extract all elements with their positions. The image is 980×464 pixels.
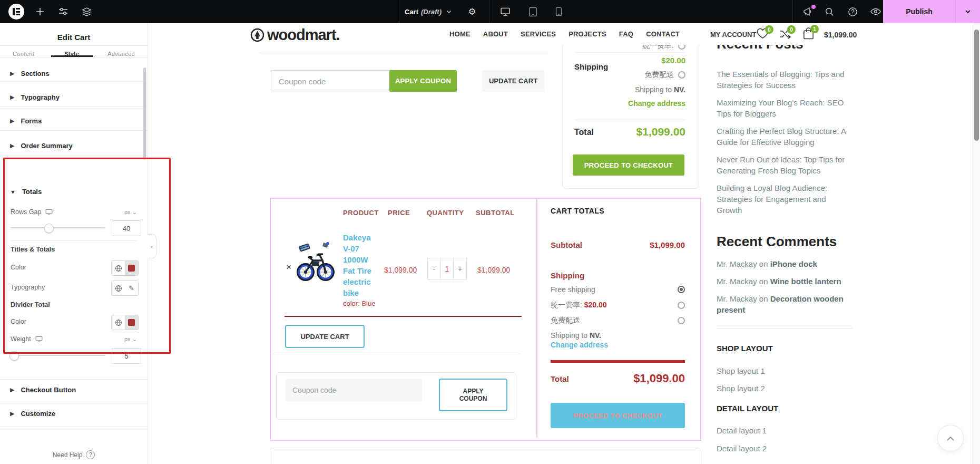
detail-layout-link[interactable]: Detail layout 2 xyxy=(717,443,767,454)
post-link[interactable]: Crafting the Perfect Blog Structure: A G… xyxy=(717,125,849,148)
product-name-link[interactable]: Dakeya V-07 1000W Fat Tire electric bike xyxy=(343,232,379,298)
scroll-to-top-button[interactable] xyxy=(937,425,964,451)
responsive-desktop-icon[interactable] xyxy=(45,209,53,215)
shop-layout-link[interactable]: Shop layout 1 xyxy=(717,365,765,376)
apply-coupon-button[interactable]: APPLY COUPON xyxy=(389,70,457,92)
rows-gap-slider-handle[interactable] xyxy=(44,224,54,233)
free-shipping-cn-option[interactable]: 免费配送 xyxy=(574,70,685,80)
elementor-logo-icon[interactable] xyxy=(8,4,24,20)
widget-change-address-link[interactable]: Change address xyxy=(551,341,608,349)
qty-value[interactable]: 1 xyxy=(440,258,454,279)
section-sections[interactable]: ▶ Sections xyxy=(10,70,50,78)
section-totals[interactable]: ▼ Totals xyxy=(10,188,42,196)
section-checkout-button[interactable]: ▶ Checkout Button xyxy=(10,386,76,394)
my-account-link[interactable]: MY ACCOUNT xyxy=(710,31,756,38)
section-order-summary[interactable]: ▶ Order Summary xyxy=(10,142,73,150)
document-settings-gear-icon[interactable]: ⚙ xyxy=(463,0,482,23)
shipping-option-free[interactable]: Free shipping xyxy=(551,285,685,294)
need-help-link[interactable]: Need Help ? xyxy=(0,450,148,459)
qty-minus-button[interactable]: - xyxy=(428,258,440,279)
radio-icon[interactable] xyxy=(678,317,685,324)
post-link[interactable]: Never Run Out of Ideas: Top Tips for Gen… xyxy=(717,154,849,176)
product-image[interactable] xyxy=(293,236,337,287)
page-scrollbar-track[interactable] xyxy=(973,23,980,464)
global-color-icon[interactable] xyxy=(112,315,125,330)
section-forms[interactable]: ▶ Forms xyxy=(10,117,42,125)
update-cart-button[interactable]: UPDATE CART xyxy=(482,70,544,92)
nav-faq[interactable]: FAQ xyxy=(619,30,633,38)
panel-collapse-toggle[interactable]: ‹ xyxy=(148,234,156,258)
widget-coupon-input[interactable] xyxy=(285,379,422,401)
post-link[interactable]: The Essentials of Blogging: Tips and Str… xyxy=(717,69,849,91)
cart-bag-icon[interactable]: 1 xyxy=(802,27,815,42)
nav-about[interactable]: ABOUT xyxy=(483,30,508,38)
comment-item[interactable]: Mr. Mackay on Wine bottle lantern xyxy=(717,276,849,287)
detail-layout-link[interactable]: Detail layout 1 xyxy=(717,425,767,436)
tab-advanced[interactable]: Advanced xyxy=(107,51,135,57)
change-address-link[interactable]: Change address xyxy=(574,99,685,108)
titles-typography-control: ✎ xyxy=(111,281,139,296)
publish-button[interactable]: Publish xyxy=(883,7,955,16)
widget-apply-coupon-button[interactable]: APPLY COUPON xyxy=(439,379,507,411)
publish-options-chevron-icon[interactable] xyxy=(956,8,980,15)
radio-icon[interactable] xyxy=(678,71,685,79)
tab-content[interactable]: Content xyxy=(13,51,34,57)
radio-icon[interactable] xyxy=(678,302,685,309)
rows-gap-unit-select[interactable]: px ⌄ xyxy=(124,209,137,216)
structure-layers-icon[interactable] xyxy=(77,0,96,23)
device-mobile-icon[interactable] xyxy=(550,0,567,23)
weight-slider-handle[interactable] xyxy=(9,351,19,361)
nav-home[interactable]: HOME xyxy=(449,30,471,38)
panel-scrollbar[interactable] xyxy=(143,67,146,160)
qty-plus-button[interactable]: + xyxy=(454,258,466,279)
document-switcher[interactable]: Cart (Draft) xyxy=(405,0,452,23)
comment-product[interactable]: iPhone dock xyxy=(770,259,817,268)
site-settings-sliders-icon[interactable] xyxy=(54,0,73,23)
nav-services[interactable]: SERVICES xyxy=(521,30,556,38)
color-swatch-button[interactable] xyxy=(125,261,138,275)
wishlist-heart-icon[interactable]: 0 xyxy=(756,27,769,42)
post-link[interactable]: Maximizing Your Blog's Reach: SEO Tips f… xyxy=(717,97,849,119)
free-shipping-cn-label: 免费配送 xyxy=(644,70,674,80)
rows-gap-slider[interactable] xyxy=(11,227,105,228)
widget-checkout-button[interactable]: PROCEED TO CHECKOUT xyxy=(551,403,685,428)
coupon-code-input[interactable] xyxy=(271,70,391,92)
global-color-icon[interactable] xyxy=(112,261,125,275)
color-swatch-button[interactable] xyxy=(125,315,138,330)
shop-layout-link[interactable]: Shop layout 2 xyxy=(717,383,765,394)
shipping-option-flat-rate[interactable]: 统一费率: $20.00 xyxy=(551,301,685,310)
edit-typography-pencil-icon[interactable]: ✎ xyxy=(125,281,138,295)
weight-value-input[interactable] xyxy=(112,348,141,364)
nav-contact[interactable]: CONTACT xyxy=(646,30,680,38)
nav-projects[interactable]: PROJECTS xyxy=(569,30,606,38)
device-tablet-icon[interactable] xyxy=(524,0,542,23)
finder-search-icon[interactable] xyxy=(820,0,839,23)
compare-icon[interactable]: 0 xyxy=(779,28,791,41)
divider xyxy=(574,120,685,120)
section-label: Forms xyxy=(21,117,42,125)
section-typography[interactable]: ▶ Typography xyxy=(10,93,60,101)
help-icon[interactable] xyxy=(843,0,862,23)
cart-widget-column-divider xyxy=(536,199,537,438)
device-desktop-icon[interactable] xyxy=(495,0,515,23)
comment-item[interactable]: Mr. Mackay on iPhone dock xyxy=(717,258,849,269)
comment-item[interactable]: Mr. Mackay on Decoration wooden present xyxy=(717,293,849,315)
rows-gap-value-input[interactable] xyxy=(112,220,141,236)
shipping-option-free-cn[interactable]: 免费配送 xyxy=(551,316,685,325)
proceed-to-checkout-button[interactable]: PROCEED TO CHECKOUT xyxy=(573,154,684,176)
responsive-desktop-icon[interactable] xyxy=(35,336,43,342)
widget-total-label: Total xyxy=(551,374,569,383)
page-scrollbar-thumb[interactable] xyxy=(974,30,979,141)
add-element-icon[interactable] xyxy=(31,0,50,23)
comment-product[interactable]: Wine bottle lantern xyxy=(770,277,841,286)
weight-unit-select[interactable]: px ⌄ xyxy=(124,336,137,343)
site-logo[interactable]: woodmart. xyxy=(250,26,340,44)
section-customize[interactable]: ▶ Customize xyxy=(10,410,55,418)
whats-new-megaphone-icon[interactable] xyxy=(798,0,818,23)
remove-item-button[interactable]: × xyxy=(286,263,291,272)
global-typography-icon[interactable] xyxy=(112,281,125,295)
weight-slider[interactable] xyxy=(11,355,105,356)
update-cart-button-widget[interactable]: UPDATE CART xyxy=(285,325,365,348)
radio-selected-icon[interactable] xyxy=(678,286,685,293)
post-link[interactable]: Building a Loyal Blog Audience: Strategi… xyxy=(717,182,849,216)
